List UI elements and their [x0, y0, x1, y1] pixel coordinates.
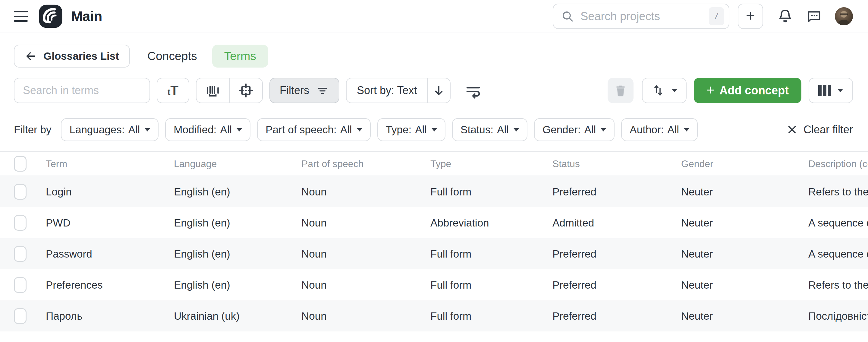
term-cell: Password	[46, 248, 174, 260]
messages-button[interactable]	[806, 8, 822, 24]
tab-concepts[interactable]: Concepts	[147, 50, 197, 63]
exact-match-button[interactable]	[230, 78, 262, 103]
back-to-glossaries-button[interactable]: Glossaries List	[14, 45, 130, 67]
column-header-term: Term	[46, 158, 174, 170]
chevron-down-icon	[514, 128, 519, 132]
clear-filter-label: Clear filter	[804, 123, 853, 136]
gender-cell: Neuter	[681, 310, 808, 322]
gender-cell: Neuter	[681, 186, 808, 198]
status-cell: Admitted	[553, 217, 681, 229]
table-row[interactable]: Preferences English (en) Noun Full form …	[0, 269, 868, 301]
filter-chip[interactable]: Type: All	[377, 118, 446, 141]
filter-chip[interactable]: Part of speech: All	[257, 118, 370, 141]
filter-chip[interactable]: Languages: All	[61, 118, 158, 141]
filter-lines-icon	[316, 84, 329, 97]
row-checkbox[interactable]	[14, 184, 27, 200]
filters-button[interactable]: Filters	[270, 78, 339, 103]
user-avatar[interactable]	[835, 7, 853, 25]
search-icon	[561, 10, 574, 23]
whole-word-icon	[204, 82, 221, 99]
pos-cell: Noun	[301, 310, 430, 322]
table-row[interactable]: Password English (en) Noun Full form Pre…	[0, 238, 868, 269]
filter-chip[interactable]: Author: All	[621, 118, 698, 141]
project-search[interactable]: /	[553, 4, 730, 29]
plus-icon: +	[707, 83, 715, 98]
wrap-lines-icon	[464, 82, 482, 99]
glossary-terms-page: Main / +	[0, 0, 868, 342]
row-checkbox[interactable]	[14, 215, 27, 231]
filter-chip-name: Status:	[461, 124, 493, 136]
filter-chip[interactable]: Gender: All	[534, 118, 615, 141]
reorder-button[interactable]	[642, 78, 687, 103]
term-cell: Login	[46, 186, 174, 198]
toolbar-right-actions: + Add concept	[608, 78, 853, 103]
whole-word-button[interactable]	[196, 78, 229, 103]
app-header: Main / +	[0, 0, 868, 33]
filter-chip-value: All	[220, 124, 232, 136]
filter-by-label: Filter by	[14, 124, 51, 136]
chat-icon	[806, 8, 822, 24]
column-header-gender: Gender	[681, 158, 808, 170]
description-cell: Refers to the settings	[808, 279, 868, 291]
add-concept-button[interactable]: + Add concept	[694, 78, 801, 103]
row-checkbox[interactable]	[14, 277, 27, 293]
filter-chip[interactable]: Status: All	[452, 118, 527, 141]
column-header-description: Description (concept)	[808, 158, 868, 170]
match-case-icon: tT	[167, 84, 179, 97]
description-cell: Refers to the credentials	[808, 186, 868, 198]
column-header-type: Type	[430, 158, 553, 170]
chevron-down-icon	[237, 128, 242, 132]
filter-bar: Filter by Languages: All Modified: All P…	[14, 118, 853, 141]
description-cell: A sequence of characters	[808, 248, 868, 260]
language-cell: English (en)	[174, 217, 301, 229]
sort-direction-button[interactable]	[427, 78, 450, 103]
table-row[interactable]: PWD English (en) Noun Abbreviation Admit…	[0, 207, 868, 238]
filters-button-label: Filters	[280, 84, 309, 97]
type-cell: Full form	[430, 310, 553, 322]
filter-chip-value: All	[128, 124, 140, 136]
table-body: Login English (en) Noun Full form Prefer…	[0, 176, 868, 332]
search-projects-input[interactable]	[580, 10, 709, 23]
table-row[interactable]: Login English (en) Noun Full form Prefer…	[0, 176, 868, 207]
notifications-button[interactable]	[777, 8, 793, 24]
hamburger-menu-icon[interactable]	[14, 11, 28, 22]
columns-settings-button[interactable]	[809, 78, 853, 103]
sort-by-button[interactable]: Sort by: Text	[346, 78, 451, 103]
header-actions: / +	[553, 4, 853, 29]
terms-table: Term Language Part of speech Type Status…	[0, 151, 868, 332]
column-header-pos: Part of speech	[301, 158, 430, 170]
filter-chip-value: All	[584, 124, 596, 136]
create-project-button[interactable]: +	[738, 4, 763, 29]
filter-chip-value: All	[667, 124, 679, 136]
row-checkbox[interactable]	[14, 246, 27, 262]
filter-chip-name: Part of speech:	[266, 124, 336, 136]
search-in-terms-input[interactable]	[14, 78, 150, 103]
select-all-checkbox[interactable]	[14, 156, 27, 172]
filter-chip-name: Gender:	[542, 124, 581, 136]
clear-filter-button[interactable]: Clear filter	[786, 123, 853, 136]
description-cell: Послідовність символів	[808, 310, 868, 322]
pos-cell: Noun	[301, 279, 430, 291]
row-checkbox[interactable]	[14, 308, 27, 324]
type-cell: Full form	[430, 248, 553, 260]
filter-chip[interactable]: Modified: All	[165, 118, 250, 141]
arrow-down-icon	[433, 84, 445, 97]
description-cell: A sequence of characters	[808, 217, 868, 229]
column-header-language: Language	[174, 158, 301, 170]
table-row[interactable]: Пароль Ukrainian (uk) Noun Full form Pre…	[0, 301, 868, 332]
tab-terms[interactable]: Terms	[212, 45, 268, 67]
language-cell: English (en)	[174, 186, 301, 198]
back-button-label: Glossaries List	[43, 50, 119, 62]
column-header-status: Status	[553, 158, 681, 170]
chevron-down-icon	[837, 89, 843, 92]
crowdin-logo[interactable]	[38, 4, 63, 28]
filter-chip-name: Type:	[386, 124, 412, 136]
gender-cell: Neuter	[681, 248, 808, 260]
match-case-button[interactable]: tT	[157, 78, 189, 103]
language-cell: English (en)	[174, 248, 301, 260]
exact-match-icon	[238, 82, 254, 99]
pos-cell: Noun	[301, 217, 430, 229]
wrap-lines-button[interactable]	[464, 82, 482, 99]
delete-terms-button[interactable]	[608, 78, 633, 103]
filter-chip-name: Languages:	[69, 124, 124, 136]
